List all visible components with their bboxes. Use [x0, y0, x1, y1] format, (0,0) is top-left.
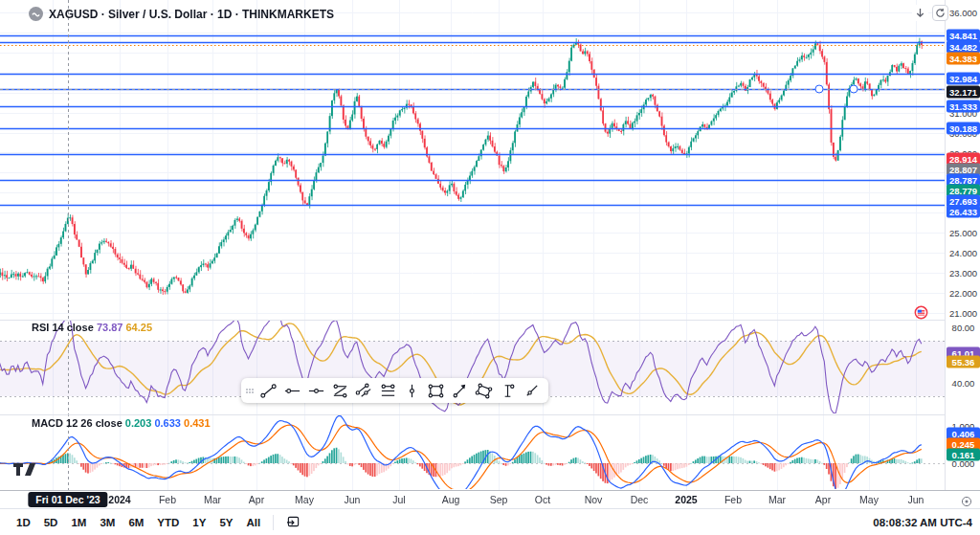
- horizontal-line-tool-icon[interactable]: [280, 379, 304, 402]
- time-axis-tick: Aug: [442, 494, 460, 505]
- time-axis-tick: 2025: [675, 494, 697, 505]
- indicator-scale-label: 80.00: [946, 323, 980, 333]
- bottom-toolbar: 1D5D1M3M6MYTD1Y5YAll 08:08:32 AM UTC-4: [0, 508, 980, 535]
- time-axis-tick: Mar: [204, 494, 221, 505]
- price-axis-label: 21.000: [946, 308, 980, 319]
- range-button-5y[interactable]: 5Y: [212, 514, 239, 531]
- chart-application: XAGUSD · Silver / U.S. Dollar · 1D · THI…: [0, 0, 980, 535]
- price-badge: 32.984: [947, 73, 980, 85]
- arrow-marker-tool-icon[interactable]: [448, 379, 472, 402]
- time-axis-tick: Sep: [490, 494, 508, 505]
- price-badge: 32.171: [947, 86, 980, 99]
- symbol-legend[interactable]: XAGUSD · Silver / U.S. Dollar · 1D · THI…: [29, 7, 334, 21]
- time-axis-tick: Jul: [392, 494, 405, 505]
- time-axis-tick: Mar: [768, 494, 786, 505]
- reset-chart-icon[interactable]: [932, 5, 948, 21]
- time-axis-tick: Feb: [159, 494, 176, 505]
- range-button-5d[interactable]: 5D: [37, 514, 65, 531]
- ray-tool-icon[interactable]: [520, 379, 544, 402]
- tradingview-logo[interactable]: [12, 462, 37, 480]
- fib-levels-tool-icon[interactable]: [376, 379, 400, 402]
- toolbar-divider: [273, 515, 274, 530]
- clock-display[interactable]: 08:08:32 AM UTC-4: [873, 517, 972, 528]
- price-badge: 34.383: [947, 53, 980, 65]
- price-axis-label: 25.000: [946, 228, 980, 238]
- time-axis-tick: Dec: [631, 494, 649, 505]
- time-axis-tick: Feb: [724, 494, 742, 505]
- range-button-1y[interactable]: 1Y: [186, 514, 212, 531]
- time-axis-tick: Jun: [345, 494, 361, 505]
- macd-value: 0.633: [154, 417, 181, 429]
- time-axis-tick: Apr: [249, 494, 264, 505]
- range-button-1d[interactable]: 1D: [10, 514, 37, 531]
- symbol-title: XAGUSD · Silver / U.S. Dollar · 1D · THI…: [49, 8, 334, 21]
- horizontal-ray-tool-icon[interactable]: [304, 379, 328, 402]
- crosshair-date-badge: Fri 01 Dec '23: [28, 492, 107, 507]
- range-button-6m[interactable]: 6M: [122, 514, 150, 531]
- line-handle[interactable]: [815, 85, 824, 94]
- price-badge: 31.333: [947, 100, 980, 113]
- rsi-value: 73.87: [97, 322, 123, 333]
- price-axis-label: 23.000: [946, 268, 980, 279]
- rsi-ma-value: 64.25: [125, 322, 152, 333]
- price-badge: 30.188: [947, 123, 980, 135]
- time-axis-tick: Jun: [908, 494, 924, 505]
- macd-hist-value: 0.203: [125, 417, 152, 429]
- drawing-toolbar: [241, 378, 548, 403]
- time-axis-tick: Nov: [585, 494, 603, 505]
- symbol-logo-icon: [29, 7, 43, 21]
- parallel-channel-tool-icon[interactable]: [352, 379, 376, 402]
- scroll-to-recent-icon[interactable]: [912, 5, 928, 21]
- price-axis[interactable]: 36.00034.00031.00030.00029.00026.00025.0…: [945, 0, 980, 490]
- range-button-1m[interactable]: 1M: [64, 514, 93, 531]
- rotated-rectangle-tool-icon[interactable]: [472, 379, 496, 402]
- price-badge: 0.161: [947, 449, 980, 461]
- fib-retracement-tool-icon[interactable]: [328, 379, 352, 402]
- rsi-label: RSI 14 close: [32, 322, 94, 333]
- price-axis-label: 24.000: [946, 248, 980, 258]
- pane-top-buttons: [912, 5, 948, 21]
- macd-label: MACD 12 26 close: [32, 417, 122, 429]
- trend-line-tool-icon[interactable]: [256, 379, 280, 402]
- pane-separator[interactable]: [0, 320, 980, 321]
- macd-legend[interactable]: MACD 12 26 close 0.203 0.633 0.431: [32, 417, 211, 429]
- range-button-3m[interactable]: 3M: [93, 514, 122, 531]
- price-axis-label: 22.000: [946, 288, 980, 299]
- time-axis-tick: Apr: [815, 494, 831, 505]
- line-handle[interactable]: [850, 85, 858, 94]
- toolbar-drag-handle[interactable]: [246, 383, 254, 398]
- price-badge: 26.433: [947, 206, 980, 218]
- time-axis-tick: 2024: [108, 494, 130, 505]
- indicator-scale-label: 40.00: [946, 378, 980, 389]
- time-axis[interactable]: Nov2024FebMarAprMayJunJulAugSepOctNovDec…: [0, 490, 980, 508]
- text-tool-tool-icon[interactable]: [496, 379, 520, 402]
- pane-separator[interactable]: [0, 414, 980, 415]
- macd-signal-value: 0.431: [184, 417, 211, 429]
- economic-event-icon[interactable]: [914, 305, 928, 323]
- price-badge: 55.36: [947, 356, 980, 368]
- time-axis-tick: Oct: [535, 494, 550, 505]
- price-axis-label: 36.000: [946, 8, 980, 18]
- range-button-ytd[interactable]: YTD: [150, 514, 186, 531]
- time-axis-tick: May: [859, 494, 879, 505]
- rectangle-tool-icon[interactable]: [424, 379, 448, 402]
- time-axis-tick: May: [295, 494, 314, 505]
- vertical-line-tool-icon[interactable]: [400, 379, 424, 402]
- go-to-date-icon[interactable]: [279, 512, 307, 533]
- range-button-all[interactable]: All: [240, 514, 268, 531]
- rsi-legend[interactable]: RSI 14 close 73.87 64.25: [32, 322, 152, 333]
